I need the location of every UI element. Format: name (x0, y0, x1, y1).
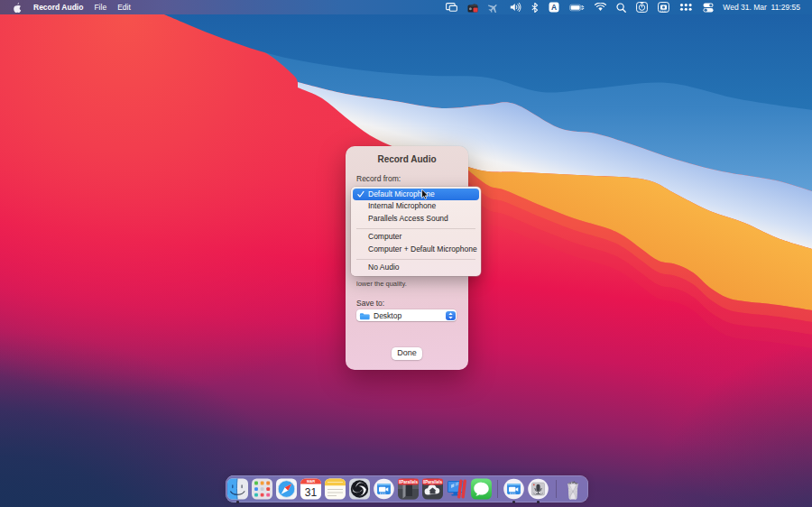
svg-text:MAR: MAR (307, 479, 315, 484)
svg-text:‖Parallels: ‖Parallels (399, 480, 419, 484)
svg-text:31: 31 (305, 486, 318, 499)
svg-text:‖Parallels: ‖Parallels (423, 480, 443, 484)
svg-text:A: A (551, 3, 557, 12)
